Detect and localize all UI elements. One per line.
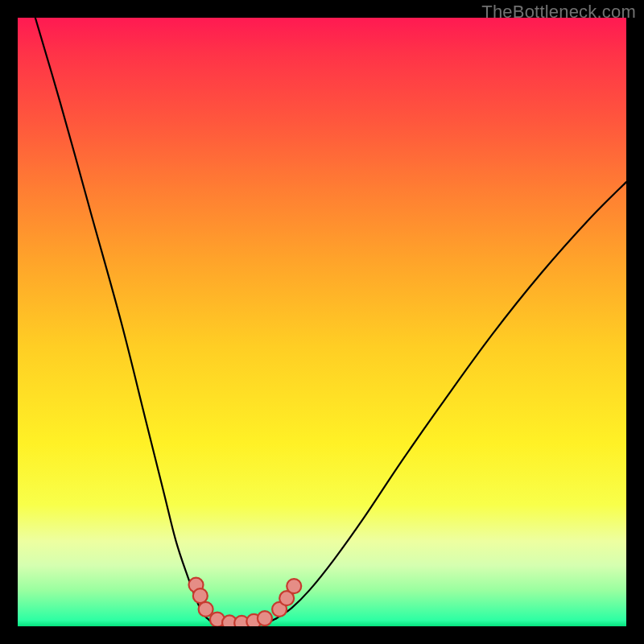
chart-plot-area [18,18,626,626]
left-bead-2 [193,588,208,603]
watermark-text: TheBottleneck.com [481,2,636,23]
left-bead-3 [199,602,213,617]
curve-right-branch [276,182,626,618]
curve-left-branch [30,18,209,620]
valley-bead-5 [258,611,272,625]
right-bead-3 [287,579,301,593]
chart-svg [18,18,626,626]
marker-group [189,578,302,626]
